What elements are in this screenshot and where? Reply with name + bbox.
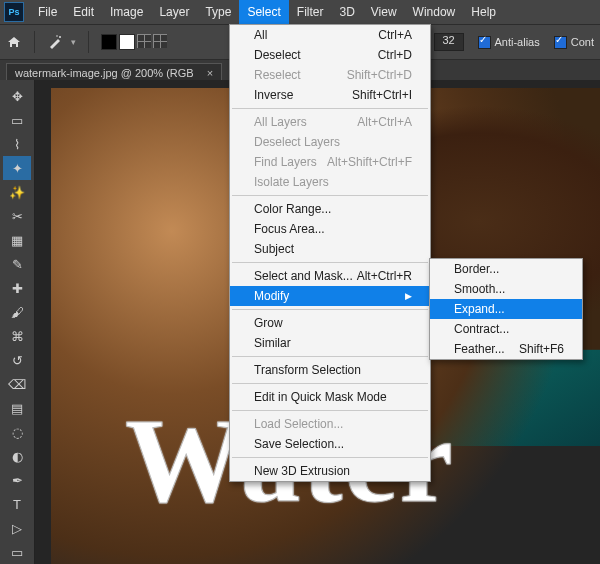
menu-3d[interactable]: 3D (331, 0, 362, 24)
menu-image[interactable]: Image (102, 0, 151, 24)
menu-item-shortcut: Alt+Ctrl+R (357, 269, 412, 283)
antialias-label: Anti-alias (495, 36, 540, 48)
pen-icon: ✒ (12, 473, 23, 488)
menu-item-focus-area[interactable]: Focus Area... (230, 219, 430, 239)
menu-item-select-and-mask[interactable]: Select and Mask...Alt+Ctrl+R (230, 266, 430, 286)
menu-window[interactable]: Window (405, 0, 464, 24)
eyedropper-icon: ✎ (12, 257, 23, 272)
menu-item-all[interactable]: AllCtrl+A (230, 25, 430, 45)
tool-eraser[interactable]: ⌫ (3, 372, 31, 396)
tool-gradient[interactable]: ▤ (3, 396, 31, 420)
tool-blur[interactable]: ◌ (3, 420, 31, 444)
menu-file[interactable]: File (30, 0, 65, 24)
menu-item-load-selection: Load Selection... (230, 414, 430, 434)
menu-item-modify[interactable]: Modify▶ (230, 286, 430, 306)
menu-item-isolate-layers: Isolate Layers (230, 172, 430, 192)
menu-filter[interactable]: Filter (289, 0, 332, 24)
submenu-item-shortcut: Shift+F6 (519, 342, 564, 356)
menu-item-similar[interactable]: Similar (230, 333, 430, 353)
swatch-pattern-1[interactable] (137, 34, 151, 48)
path-select-icon: ▷ (12, 521, 22, 536)
tool-quick-select[interactable]: ✦ (3, 156, 31, 180)
submenu-item-border[interactable]: Border... (430, 259, 582, 279)
menu-edit[interactable]: Edit (65, 0, 102, 24)
menu-help[interactable]: Help (463, 0, 504, 24)
menu-item-save-selection[interactable]: Save Selection... (230, 434, 430, 454)
move-icon: ✥ (12, 89, 23, 104)
tool-heal[interactable]: ✚ (3, 276, 31, 300)
submenu-item-feather[interactable]: Feather...Shift+F6 (430, 339, 582, 359)
tool-rectangle[interactable]: ▭ (3, 540, 31, 564)
menu-item-color-range[interactable]: Color Range... (230, 199, 430, 219)
menu-item-label: New 3D Extrusion (254, 464, 350, 478)
contiguous-checkbox[interactable] (554, 36, 567, 49)
menu-item-label: Similar (254, 336, 291, 350)
tool-marquee[interactable]: ▭ (3, 108, 31, 132)
tool-stamp[interactable]: ⌘ (3, 324, 31, 348)
menu-separator (232, 383, 428, 384)
menu-item-label: Find Layers (254, 155, 317, 169)
menu-item-label: Edit in Quick Mask Mode (254, 390, 387, 404)
tool-history-brush[interactable]: ↺ (3, 348, 31, 372)
tool-pen[interactable]: ✒ (3, 468, 31, 492)
tool-brush[interactable]: 🖌 (3, 300, 31, 324)
tool-wand[interactable]: ✨ (3, 180, 31, 204)
antialias-checkbox[interactable] (478, 36, 491, 49)
menu-item-transform-selection[interactable]: Transform Selection (230, 360, 430, 380)
wand-tool-icon[interactable] (47, 34, 63, 50)
submenu-item-expand[interactable]: Expand... (430, 299, 582, 319)
menu-separator (232, 457, 428, 458)
menu-view[interactable]: View (363, 0, 405, 24)
submenu-item-smooth[interactable]: Smooth... (430, 279, 582, 299)
document-tab-label: watermark-image.jpg @ 200% (RGB (15, 67, 194, 79)
menu-item-deselect[interactable]: DeselectCtrl+D (230, 45, 430, 65)
tolerance-input[interactable]: 32 (434, 33, 464, 51)
tool-frame[interactable]: ▦ (3, 228, 31, 252)
menu-type[interactable]: Type (197, 0, 239, 24)
menu-item-grow[interactable]: Grow (230, 313, 430, 333)
menu-item-new-3d-extrusion[interactable]: New 3D Extrusion (230, 461, 430, 481)
swatch-pattern-2[interactable] (153, 34, 167, 48)
submenu-item-label: Border... (454, 262, 499, 276)
menu-item-shortcut: Alt+Shift+Ctrl+F (327, 155, 412, 169)
menu-item-label: Deselect (254, 48, 301, 62)
home-icon[interactable] (6, 34, 22, 50)
menu-separator (232, 410, 428, 411)
menu-item-all-layers: All LayersAlt+Ctrl+A (230, 112, 430, 132)
swatch-black[interactable] (101, 34, 117, 50)
menu-item-label: Select and Mask... (254, 269, 353, 283)
menu-item-label: Inverse (254, 88, 293, 102)
tool-text[interactable]: T (3, 492, 31, 516)
modify-submenu: Border...Smooth...Expand...Contract...Fe… (429, 258, 583, 360)
menu-item-label: All Layers (254, 115, 307, 129)
tool-eyedropper[interactable]: ✎ (3, 252, 31, 276)
menu-item-label: Transform Selection (254, 363, 361, 377)
tool-move[interactable]: ✥ (3, 84, 31, 108)
tool-lasso[interactable]: ⌇ (3, 132, 31, 156)
menu-separator (232, 262, 428, 263)
quick-select-icon: ✦ (12, 161, 23, 176)
menu-layer[interactable]: Layer (151, 0, 197, 24)
menu-item-label: All (254, 28, 267, 42)
heal-icon: ✚ (12, 281, 23, 296)
tool-path-select[interactable]: ▷ (3, 516, 31, 540)
close-tab-icon[interactable]: × (207, 67, 213, 79)
chevron-down-icon[interactable]: ▾ (71, 37, 76, 47)
menu-item-shortcut: Ctrl+D (378, 48, 412, 62)
menu-item-label: Subject (254, 242, 294, 256)
crop-icon: ✂ (12, 209, 23, 224)
menu-item-label: Save Selection... (254, 437, 344, 451)
menu-item-edit-in-quick-mask-mode[interactable]: Edit in Quick Mask Mode (230, 387, 430, 407)
separator (34, 31, 35, 53)
submenu-item-contract[interactable]: Contract... (430, 319, 582, 339)
menu-item-label: Focus Area... (254, 222, 325, 236)
swatch-white[interactable] (119, 34, 135, 50)
menu-item-inverse[interactable]: InverseShift+Ctrl+I (230, 85, 430, 105)
menu-item-subject[interactable]: Subject (230, 239, 430, 259)
contiguous-label: Cont (571, 36, 594, 48)
tool-crop[interactable]: ✂ (3, 204, 31, 228)
tool-dodge[interactable]: ◐ (3, 444, 31, 468)
submenu-item-label: Contract... (454, 322, 509, 336)
gradient-icon: ▤ (11, 401, 23, 416)
menu-select[interactable]: Select (239, 0, 288, 24)
